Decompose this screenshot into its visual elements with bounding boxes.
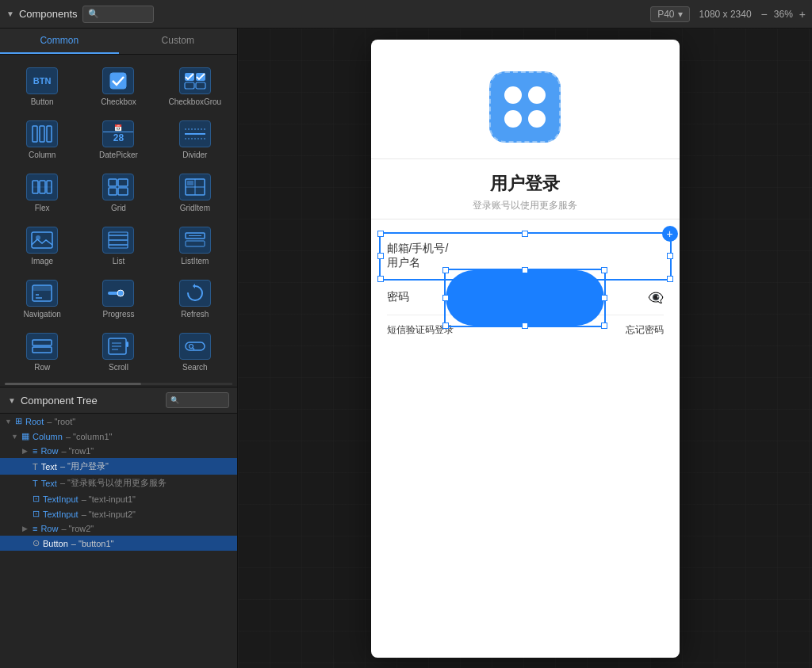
component-search[interactable]: Search bbox=[158, 325, 232, 376]
device-label: P40 bbox=[657, 9, 674, 20]
login-title: 用户登录 bbox=[387, 172, 664, 196]
grid-label: Grid bbox=[111, 204, 126, 212]
zoom-out-button[interactable]: − bbox=[761, 8, 768, 21]
tree-node-text2[interactable]: T Text – "登录账号以使用更多服务 bbox=[0, 475, 237, 491]
row-icon bbox=[26, 333, 58, 360]
canvas-area: 用户登录 登录账号以使用更多服务 邮箱/手机号/用户名 bbox=[238, 29, 812, 668]
refresh-icon bbox=[179, 280, 211, 307]
component-search-box[interactable]: 🔍 bbox=[82, 6, 154, 23]
row-tree-icon: ≡ bbox=[33, 446, 37, 456]
checkboxgroup-icon bbox=[179, 67, 211, 94]
scroll-icon bbox=[102, 333, 134, 360]
component-scroll[interactable]: Scroll bbox=[81, 325, 155, 376]
component-listitem[interactable]: ListItem bbox=[158, 219, 232, 270]
node-alias: – "text-input1" bbox=[82, 494, 136, 504]
component-row[interactable]: Row bbox=[5, 325, 79, 376]
component-image[interactable]: Image bbox=[5, 219, 79, 270]
text-tree-icon: T bbox=[33, 479, 38, 488]
component-tabs: Common Custom bbox=[0, 29, 237, 55]
node-alias: – "row2" bbox=[61, 524, 94, 533]
component-grid: BTN Button Checkbox bbox=[0, 55, 237, 381]
svg-rect-16 bbox=[118, 179, 128, 186]
component-checkboxgroup[interactable]: CheckboxGrou bbox=[158, 59, 232, 111]
collapse-arrow-icon[interactable]: ▼ bbox=[6, 10, 14, 18]
svg-rect-4 bbox=[196, 82, 205, 89]
svg-rect-31 bbox=[186, 241, 205, 246]
handle-br bbox=[667, 276, 673, 282]
expand-arrow-icon: ▼ bbox=[11, 433, 19, 441]
login-title-area: 用户登录 登录账号以使用更多服务 bbox=[371, 159, 680, 219]
component-column[interactable]: Column bbox=[5, 113, 79, 164]
handle-ml bbox=[377, 253, 384, 259]
tab-common[interactable]: Common bbox=[0, 29, 119, 54]
component-grid[interactable]: Grid bbox=[81, 166, 155, 217]
tree-node-button1[interactable]: ⊙ Button – "button1" bbox=[0, 536, 237, 551]
node-label: Row bbox=[40, 446, 58, 456]
component-refresh[interactable]: Refresh bbox=[158, 272, 232, 323]
zoom-controls: − 36% + bbox=[761, 8, 806, 21]
password-input-row[interactable]: 密码 👁‍🗨 bbox=[387, 281, 664, 315]
tree-content: ▼ ⊞ Root – "root" ▼ ▦ Column – "column1"… bbox=[0, 414, 237, 668]
component-button[interactable]: BTN Button bbox=[5, 59, 79, 111]
node-label: Button bbox=[43, 539, 68, 548]
textinput-tree-icon: ⊡ bbox=[33, 509, 40, 519]
component-progress[interactable]: Progress bbox=[81, 272, 155, 323]
panel-title: Components bbox=[19, 8, 78, 20]
tree-node-textinput1[interactable]: ⊡ TextInput – "text-input1" bbox=[0, 491, 237, 506]
chevron-down-icon: ▾ bbox=[678, 9, 683, 20]
text-tree-icon: T bbox=[33, 462, 38, 471]
login-subtitle: 登录账号以使用更多服务 bbox=[387, 199, 664, 212]
tree-node-root[interactable]: ▼ ⊞ Root – "root" bbox=[0, 414, 237, 429]
expand-arrow-icon: ▶ bbox=[22, 525, 30, 532]
component-datepicker[interactable]: 📅 28 DatePicker bbox=[81, 113, 155, 164]
logo-dot bbox=[528, 86, 546, 104]
svg-point-48 bbox=[189, 345, 193, 349]
device-pill[interactable]: P40 ▾ bbox=[650, 6, 689, 22]
top-bar: ▼ Components 🔍 P40 ▾ 1080 x 2340 − 36% + bbox=[0, 0, 812, 29]
tree-title: Component Tree bbox=[21, 395, 161, 407]
node-alias: – "button1" bbox=[71, 539, 114, 548]
search-component-icon bbox=[179, 333, 211, 360]
add-handle[interactable]: + bbox=[662, 226, 678, 242]
component-list[interactable]: List bbox=[81, 219, 155, 270]
app-content: 用户登录 登录账号以使用更多服务 邮箱/手机号/用户名 bbox=[371, 40, 680, 658]
component-flex[interactable]: Flex bbox=[5, 166, 79, 217]
svg-rect-22 bbox=[187, 181, 193, 185]
zoom-in-button[interactable]: + bbox=[799, 8, 806, 21]
logo-dot bbox=[504, 110, 522, 128]
search-label: Search bbox=[182, 363, 208, 372]
tree-node-text1[interactable]: T Text – "用户登录" bbox=[0, 458, 237, 475]
listitem-label: ListItem bbox=[181, 257, 209, 265]
node-label: Root bbox=[25, 417, 44, 426]
node-label: TextInput bbox=[43, 494, 79, 504]
logo-grid bbox=[495, 77, 555, 137]
svg-rect-47 bbox=[186, 342, 205, 350]
email-input-container: 邮箱/手机号/用户名 + bbox=[387, 232, 664, 281]
navigation-icon bbox=[26, 280, 58, 307]
scroll-label: Scroll bbox=[109, 363, 128, 372]
tree-search-box[interactable]: 🔍 bbox=[166, 392, 229, 408]
component-navigation[interactable]: Navigation bbox=[5, 272, 79, 323]
tree-node-textinput2[interactable]: ⊡ TextInput – "text-input2" bbox=[0, 506, 237, 521]
row-tree-icon: ≡ bbox=[33, 524, 37, 533]
tab-custom[interactable]: Custom bbox=[119, 29, 238, 54]
svg-rect-33 bbox=[33, 285, 52, 291]
component-checkbox[interactable]: Checkbox bbox=[81, 59, 155, 111]
root-icon: ⊞ bbox=[15, 416, 22, 426]
image-label: Image bbox=[31, 257, 53, 265]
svg-point-38 bbox=[117, 290, 124, 296]
component-griditem[interactable]: GridItem bbox=[158, 166, 232, 217]
navigation-label: Navigation bbox=[24, 310, 61, 319]
svg-rect-6 bbox=[40, 126, 44, 142]
forgot-password-link[interactable]: 忘记密码 bbox=[626, 323, 664, 337]
divider-icon bbox=[179, 120, 211, 147]
column-icon bbox=[26, 120, 58, 147]
sms-login-link[interactable]: 短信验证码登录 bbox=[387, 323, 454, 337]
tree-node-row1[interactable]: ▶ ≡ Row – "row1" bbox=[0, 444, 237, 458]
component-divider[interactable]: Divider bbox=[158, 113, 232, 164]
node-alias: – "text-input2" bbox=[82, 510, 136, 519]
tree-node-row2[interactable]: ▶ ≡ Row – "row2" bbox=[0, 521, 237, 536]
tree-collapse-arrow[interactable]: ▼ bbox=[8, 396, 16, 405]
email-input-row[interactable]: 邮箱/手机号/用户名 bbox=[387, 232, 664, 281]
tree-node-column1[interactable]: ▼ ▦ Column – "column1" bbox=[0, 429, 237, 444]
